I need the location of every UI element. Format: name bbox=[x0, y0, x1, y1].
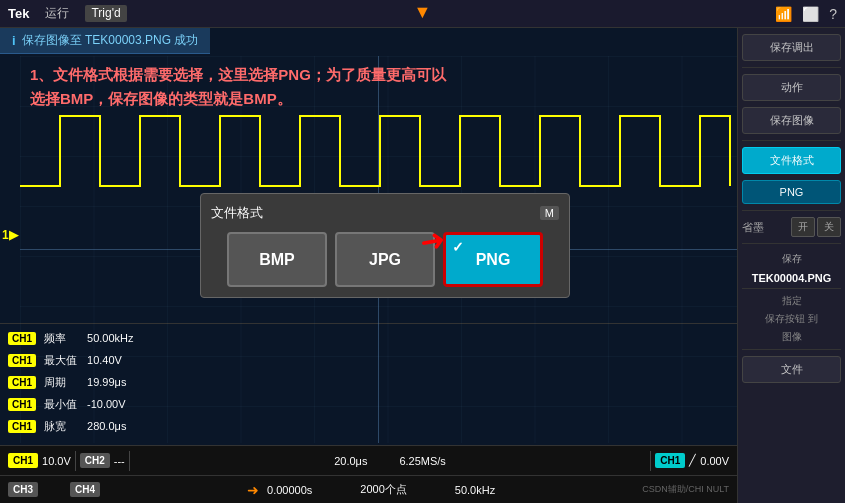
ch1-voltage: 10.0V bbox=[42, 455, 71, 467]
bottom-bar-top: CH1 10.0V CH2 --- 20.0μs 6.25MS/s CH1 ╱ … bbox=[0, 446, 737, 475]
scope-area: 1、文件格式根据需要选择，这里选择PNG；为了质量更高可以 选择BMP，保存图像… bbox=[0, 28, 737, 503]
ch2-bottom-badge[interactable]: CH2 bbox=[80, 453, 110, 468]
annotation-line1: 1、文件格式根据需要选择，这里选择PNG；为了质量更高可以 bbox=[30, 63, 446, 87]
app-logo: Tek bbox=[8, 6, 29, 21]
time-offset: 0.00000s bbox=[267, 484, 312, 496]
ch4-badge[interactable]: CH4 bbox=[70, 482, 100, 497]
rp-png-btn[interactable]: PNG bbox=[742, 180, 841, 204]
rp-save-ink-label: 省墨 bbox=[742, 220, 764, 235]
right-panel: 保存调出 动作 保存图像 文件格式 PNG 省墨 开 关 保存 TEK00004… bbox=[737, 28, 845, 503]
notification-bar: i 保存图像至 TEK00003.PNG 成功 bbox=[0, 28, 210, 54]
rp-divider-4 bbox=[742, 243, 841, 244]
png-button[interactable]: PNG bbox=[443, 232, 543, 287]
rp-divider-6 bbox=[742, 349, 841, 350]
rp-save-filename: TEK00004.PNG bbox=[742, 272, 841, 284]
annotation-text: 1、文件格式根据需要选择，这里选择PNG；为了质量更高可以 选择BMP，保存图像… bbox=[30, 63, 446, 111]
bmp-button[interactable]: BMP bbox=[227, 232, 327, 287]
help-icon[interactable]: ? bbox=[829, 6, 837, 22]
rp-save-image-btn[interactable]: 保存图像 bbox=[742, 107, 841, 134]
freq-display: 50.0kHz bbox=[455, 484, 495, 496]
ch2-voltage: --- bbox=[114, 455, 125, 467]
rp-on-btn[interactable]: 开 bbox=[791, 217, 815, 237]
rp-file-format-btn[interactable]: 文件格式 bbox=[742, 147, 841, 174]
ch3-badge[interactable]: CH3 bbox=[8, 482, 38, 497]
divider-2 bbox=[129, 451, 130, 471]
rp-save-ink-row: 省墨 开 关 bbox=[742, 217, 841, 237]
menu-items: 运行 Trig'd bbox=[45, 5, 775, 22]
top-bar: Tek 运行 Trig'd ▼ 📶 ⬜ ? bbox=[0, 0, 845, 28]
divider-3 bbox=[650, 451, 651, 471]
rp-assign-sub1: 保存按钮 到 bbox=[742, 312, 841, 326]
dialog-header: 文件格式 M bbox=[211, 204, 559, 222]
rp-assign-sub2: 图像 bbox=[742, 330, 841, 344]
rp-assign-label: 指定 bbox=[742, 294, 841, 308]
info-icon: i bbox=[12, 33, 16, 48]
main-layout: 1、文件格式根据需要选择，这里选择PNG；为了质量更高可以 选择BMP，保存图像… bbox=[0, 28, 845, 503]
rp-divider-1 bbox=[742, 67, 841, 68]
copy-icon: ⬜ bbox=[802, 6, 819, 22]
rp-toggle: 开 关 bbox=[791, 217, 841, 237]
ch1-right-voltage: 0.00V bbox=[700, 455, 729, 467]
rp-divider-2 bbox=[742, 140, 841, 141]
ch1-right-badge[interactable]: CH1 bbox=[655, 453, 685, 468]
rp-save-label: 保存 bbox=[742, 252, 841, 266]
top-icons: ▼ 📶 ⬜ ? bbox=[775, 6, 837, 22]
rp-divider-3 bbox=[742, 210, 841, 211]
time-arrow-icon: ➜ bbox=[247, 482, 259, 498]
wifi-icon: 📶 bbox=[775, 6, 792, 22]
bottom-bar-bottom: CH3 CH4 ➜ 0.00000s 2000个点 50.0kHz CSDN辅助… bbox=[0, 475, 737, 503]
rp-action-btn[interactable]: 动作 bbox=[742, 74, 841, 101]
menu-run[interactable]: 运行 bbox=[45, 5, 69, 22]
sample-rate: 6.25MS/s bbox=[399, 455, 445, 467]
annotation-line2: 选择BMP，保存图像的类型就是BMP。 bbox=[30, 87, 446, 111]
ch1-trigger-slash: ╱ bbox=[689, 454, 696, 467]
format-buttons: BMP JPG PNG bbox=[211, 232, 559, 287]
ch1-bottom-badge[interactable]: CH1 bbox=[8, 453, 38, 468]
rp-divider-5 bbox=[742, 288, 841, 289]
rp-file-btn[interactable]: 文件 bbox=[742, 356, 841, 383]
ch1-scope-marker: 1▶ bbox=[2, 228, 18, 242]
notification-text: 保存图像至 TEK00003.PNG 成功 bbox=[22, 32, 199, 49]
rp-off-btn[interactable]: 关 bbox=[817, 217, 841, 237]
rp-save-recall-btn[interactable]: 保存调出 bbox=[742, 34, 841, 61]
trigger-top-icon: ▼ bbox=[414, 2, 432, 23]
file-format-dialog: 文件格式 M BMP JPG PNG bbox=[200, 193, 570, 298]
divider-1 bbox=[75, 451, 76, 471]
time-per-div: 20.0μs bbox=[334, 455, 367, 467]
watermark-text: CSDN辅助/CHI NULT bbox=[642, 483, 729, 496]
dialog-title: 文件格式 bbox=[211, 204, 263, 222]
points-count: 2000个点 bbox=[360, 482, 406, 497]
m-badge: M bbox=[540, 206, 559, 220]
trig-status: Trig'd bbox=[85, 5, 126, 22]
bottom-status-bar: CH1 10.0V CH2 --- 20.0μs 6.25MS/s CH1 ╱ … bbox=[0, 445, 737, 503]
